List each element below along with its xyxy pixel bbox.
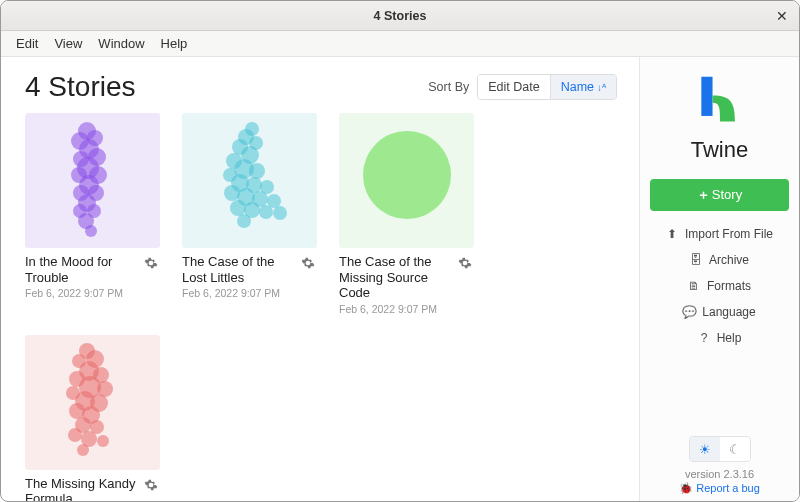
sidebar: Twine ＋Story ⬆ Import From File 🗄 Archiv… xyxy=(639,57,799,501)
svg-point-35 xyxy=(259,205,273,219)
sidebar-actions: ⬆ Import From File 🗄 Archive 🗎 Formats 💬… xyxy=(650,227,789,345)
import-label: Import From File xyxy=(685,227,773,241)
svg-point-16 xyxy=(85,225,97,237)
story-caption: The Case of the Lost Littles Feb 6, 2022… xyxy=(182,254,317,299)
svg-point-37 xyxy=(237,214,251,228)
theme-switch: ☀ ☾ xyxy=(689,436,751,462)
svg-point-24 xyxy=(249,163,265,179)
story-title: In the Mood for Trouble xyxy=(25,254,140,285)
sort-asc-icon: ↓ᴬ xyxy=(597,82,606,93)
app-body: 4 Stories Sort By Edit Date Name↓ᴬ xyxy=(1,57,799,501)
story-title: The Case of the Missing Source Code xyxy=(339,254,454,301)
svg-point-38 xyxy=(363,131,451,219)
sort-edit-date-label: Edit Date xyxy=(488,80,539,94)
menu-view[interactable]: View xyxy=(47,33,89,54)
story-date: Feb 6, 2022 9:07 PM xyxy=(25,287,140,299)
gear-icon[interactable] xyxy=(458,256,474,272)
story-caption: The Missing Kandy Formula Feb 6, 2022 9:… xyxy=(25,476,160,501)
theme-light-button[interactable]: ☀ xyxy=(690,437,720,461)
story-card: The Case of the Missing Source Code Feb … xyxy=(339,113,474,315)
story-card: The Missing Kandy Formula Feb 6, 2022 9:… xyxy=(25,335,160,501)
moon-icon: ☾ xyxy=(729,442,741,457)
story-card: The Case of the Lost Littles Feb 6, 2022… xyxy=(182,113,317,315)
sort-name-label: Name xyxy=(561,80,594,94)
twine-logo xyxy=(692,73,748,129)
bug-icon: 🐞 xyxy=(679,482,693,494)
story-caption: The Case of the Missing Source Code Feb … xyxy=(339,254,474,315)
sort-edit-date-button[interactable]: Edit Date xyxy=(478,75,549,99)
sort-segment: Edit Date Name↓ᴬ xyxy=(477,74,617,100)
theme-dark-button[interactable]: ☾ xyxy=(720,437,750,461)
version-label: version 2.3.16 xyxy=(685,468,754,480)
gear-icon[interactable] xyxy=(301,256,317,272)
sort-controls: Sort By Edit Date Name↓ᴬ xyxy=(428,74,617,100)
main-panel: 4 Stories Sort By Edit Date Name↓ᴬ xyxy=(1,57,639,501)
story-date: Feb 6, 2022 9:07 PM xyxy=(339,303,454,315)
briefcase-icon: 🗄 xyxy=(690,254,703,267)
plus-icon: ＋ xyxy=(697,187,710,202)
page-title: 4 Stories xyxy=(25,71,136,103)
formats-label: Formats xyxy=(707,279,751,293)
svg-point-33 xyxy=(230,200,246,216)
report-bug-link[interactable]: 🐞 Report a bug xyxy=(679,482,760,495)
app-window: 4 Stories ✕ Edit View Window Help 4 Stor… xyxy=(0,0,800,502)
story-thumbnail[interactable] xyxy=(25,113,160,248)
titlebar: 4 Stories ✕ xyxy=(1,1,799,31)
new-story-button[interactable]: ＋Story xyxy=(650,179,789,211)
story-card: In the Mood for Trouble Feb 6, 2022 9:07… xyxy=(25,113,160,315)
svg-rect-58 xyxy=(701,77,712,116)
import-button[interactable]: ⬆ Import From File xyxy=(666,227,773,241)
gear-icon[interactable] xyxy=(144,478,160,494)
window-title: 4 Stories xyxy=(374,9,427,23)
report-bug-label: Report a bug xyxy=(696,482,760,494)
language-label: Language xyxy=(702,305,755,319)
upload-icon: ⬆ xyxy=(666,228,679,241)
archive-button[interactable]: 🗄 Archive xyxy=(690,253,749,267)
sun-icon: ☀ xyxy=(699,442,711,457)
story-thumbnail[interactable] xyxy=(182,113,317,248)
svg-point-57 xyxy=(77,444,89,456)
archive-label: Archive xyxy=(709,253,749,267)
new-story-label: Story xyxy=(712,187,742,202)
question-icon: ? xyxy=(698,332,711,345)
help-label: Help xyxy=(717,331,742,345)
file-icon: 🗎 xyxy=(688,280,701,293)
menu-window[interactable]: Window xyxy=(91,33,151,54)
svg-point-54 xyxy=(68,428,82,442)
gear-icon[interactable] xyxy=(144,256,160,272)
header-row: 4 Stories Sort By Edit Date Name↓ᴬ xyxy=(25,71,617,103)
speech-icon: 💬 xyxy=(683,306,696,319)
story-title: The Missing Kandy Formula xyxy=(25,476,140,501)
story-title: The Case of the Lost Littles xyxy=(182,254,297,285)
story-caption: In the Mood for Trouble Feb 6, 2022 9:07… xyxy=(25,254,160,299)
help-button[interactable]: ? Help xyxy=(698,331,742,345)
formats-button[interactable]: 🗎 Formats xyxy=(688,279,751,293)
language-button[interactable]: 💬 Language xyxy=(683,305,755,319)
menu-help[interactable]: Help xyxy=(154,33,195,54)
close-icon[interactable]: ✕ xyxy=(773,7,791,25)
menubar: Edit View Window Help xyxy=(1,31,799,57)
svg-point-36 xyxy=(273,206,287,220)
story-date: Feb 6, 2022 9:07 PM xyxy=(182,287,297,299)
sort-name-button[interactable]: Name↓ᴬ xyxy=(550,75,616,99)
svg-point-56 xyxy=(97,435,109,447)
menu-edit[interactable]: Edit xyxy=(9,33,45,54)
brand-label: Twine xyxy=(691,137,748,163)
story-grid: In the Mood for Trouble Feb 6, 2022 9:07… xyxy=(25,113,617,501)
story-thumbnail[interactable] xyxy=(25,335,160,470)
sort-by-label: Sort By xyxy=(428,80,469,94)
story-thumbnail[interactable] xyxy=(339,113,474,248)
